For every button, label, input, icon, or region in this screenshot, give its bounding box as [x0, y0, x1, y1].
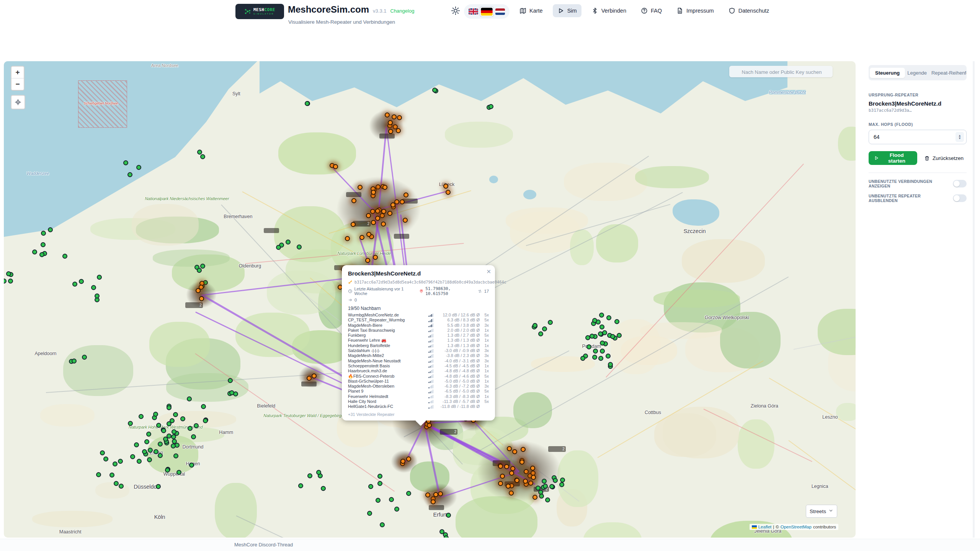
- repeater-marker-orange[interactable]: [403, 192, 408, 197]
- repeater-marker-green[interactable]: [614, 319, 619, 324]
- repeater-marker-green[interactable]: [543, 484, 548, 489]
- repeater-marker-green[interactable]: [580, 356, 585, 361]
- repeater-marker-green[interactable]: [156, 423, 161, 428]
- repeater-marker-orange[interactable]: [396, 128, 401, 133]
- repeater-marker-green[interactable]: [148, 448, 153, 453]
- repeater-marker-orange[interactable]: [392, 114, 397, 119]
- repeater-marker-orange[interactable]: [366, 213, 371, 218]
- flag-de[interactable]: [481, 8, 493, 16]
- zoom-in-button[interactable]: +: [11, 67, 24, 78]
- tab-steuerung[interactable]: Steuerung: [870, 68, 905, 78]
- repeater-marker-green[interactable]: [592, 355, 597, 360]
- repeater-marker-green[interactable]: [4, 279, 7, 284]
- repeater-marker-green[interactable]: [321, 486, 326, 491]
- repeater-marker-green[interactable]: [161, 428, 166, 433]
- neighbor-row[interactable]: Feuerwehr Helmstedt -8.3 dB / -8.3 dB Ø …: [348, 394, 489, 399]
- repeater-marker-green[interactable]: [128, 421, 133, 426]
- repeater-marker-orange[interactable]: [390, 202, 395, 207]
- neighbor-row[interactable]: Funkberg 1.3 dB / 2.7 dB Ø 5x: [348, 333, 489, 338]
- changelog-link[interactable]: Changelog: [390, 8, 415, 14]
- repeater-marker-orange[interactable]: [510, 466, 515, 471]
- unused-connections-toggle[interactable]: [953, 180, 967, 187]
- repeater-marker-green[interactable]: [602, 330, 607, 335]
- repeater-marker-green[interactable]: [95, 293, 100, 298]
- repeater-marker-green[interactable]: [444, 535, 449, 538]
- layer-select[interactable]: Streets: [806, 505, 837, 518]
- neighbor-row[interactable]: CP_TEST_Repeater_Wurmbg 6.3 dB / 8.3 dB …: [348, 318, 489, 323]
- flag-nl[interactable]: [495, 8, 505, 15]
- repeater-marker-green[interactable]: [606, 315, 611, 320]
- repeater-marker-green[interactable]: [197, 268, 202, 273]
- nav-item-impressum[interactable]: Impressum: [672, 4, 719, 17]
- repeater-marker-green[interactable]: [538, 331, 543, 336]
- repeater-marker-green[interactable]: [147, 457, 152, 462]
- repeater-marker-green[interactable]: [97, 275, 102, 280]
- repeater-marker-green[interactable]: [606, 354, 611, 359]
- repeater-marker-orange[interactable]: [514, 478, 519, 483]
- neighbor-row[interactable]: 🔥FBS-Connect-Petersb -4.8 dB / -4.6 dB Ø…: [348, 374, 489, 379]
- neighbor-row[interactable]: Wurmbg|MeshCoreNetz.de 12.0 dB / 12.6 dB…: [348, 313, 489, 318]
- neighbor-row[interactable]: Hundeberg Bartolfelde 1.3 dB / 1.3 dB Ø …: [348, 343, 489, 348]
- repeater-marker-green[interactable]: [8, 279, 13, 284]
- repeater-marker-orange[interactable]: [375, 209, 380, 214]
- nav-item-sim[interactable]: Sim: [553, 4, 581, 17]
- repeater-marker-green[interactable]: [130, 454, 135, 459]
- repeater-marker-orange[interactable]: [345, 236, 350, 241]
- repeater-marker-green[interactable]: [368, 484, 373, 489]
- repeater-marker-green[interactable]: [229, 390, 234, 395]
- repeater-marker-green[interactable]: [560, 478, 565, 483]
- repeater-marker-green[interactable]: [176, 470, 181, 475]
- neighbor-row[interactable]: Halle City Nord -11.3 dB / -5.7 dB Ø 5x: [348, 399, 489, 404]
- repeater-marker-green[interactable]: [167, 405, 172, 410]
- repeater-marker-green[interactable]: [297, 245, 302, 249]
- repeater-marker-green[interactable]: [553, 478, 558, 483]
- leaflet-link[interactable]: Leaflet: [758, 525, 772, 529]
- repeater-marker-green[interactable]: [548, 320, 553, 325]
- repeater-marker-orange[interactable]: [382, 185, 387, 190]
- neighbor-row[interactable]: Planet 9 -6.5 dB / -5.0 dB Ø 5x: [348, 389, 489, 394]
- repeater-marker-green[interactable]: [539, 494, 544, 499]
- neighbor-row[interactable]: MagdeMesh-Neue Neustadt -4.0 dB / -3.1 d…: [348, 359, 489, 364]
- repeater-marker-green[interactable]: [298, 483, 303, 488]
- neighbor-row[interactable]: Feuerwehr Lehre 🚒 1.3 dB / 1.3 dB Ø 1x: [348, 338, 489, 343]
- repeater-marker-green[interactable]: [100, 450, 105, 455]
- repeater-marker-green[interactable]: [127, 172, 132, 177]
- repeater-marker-green[interactable]: [41, 242, 46, 247]
- repeater-marker-orange[interactable]: [512, 449, 517, 454]
- neighbor-row[interactable]: HellGate1-Neubrück-FC -11.8 dB / -11.8 d…: [348, 404, 489, 409]
- repeater-marker-orange[interactable]: [427, 423, 432, 428]
- repeater-marker-orange[interactable]: [387, 211, 392, 216]
- repeater-marker-orange[interactable]: [373, 255, 378, 260]
- repeater-marker-green[interactable]: [432, 88, 437, 93]
- repeater-marker-green[interactable]: [114, 481, 119, 486]
- repeater-marker-green[interactable]: [599, 324, 604, 329]
- repeater-marker-green[interactable]: [62, 254, 67, 259]
- repeater-marker-green[interactable]: [134, 442, 139, 447]
- neighbor-row[interactable]: MagdeMesh-Ottersleben -6.3 dB / -7.2 dB …: [348, 384, 489, 389]
- repeater-marker-green[interactable]: [536, 486, 541, 491]
- repeater-marker-green[interactable]: [41, 231, 46, 236]
- repeater-marker-orange[interactable]: [312, 373, 317, 378]
- repeater-marker-orange[interactable]: [425, 492, 430, 497]
- language-switcher[interactable]: [464, 4, 510, 19]
- repeater-marker-green[interactable]: [406, 491, 411, 496]
- repeater-marker-green[interactable]: [96, 472, 101, 477]
- repeater-marker-orange[interactable]: [397, 115, 402, 120]
- repeater-marker-green[interactable]: [446, 513, 451, 518]
- neighbor-row[interactable]: Paket Taxi Braunschweig 2.0 dB / 2.0 dB …: [348, 328, 489, 333]
- repeater-marker-green[interactable]: [549, 484, 554, 489]
- repeater-marker-orange[interactable]: [333, 164, 338, 169]
- repeater-marker-green[interactable]: [39, 252, 44, 257]
- repeater-marker-green[interactable]: [139, 414, 144, 419]
- repeater-marker-green[interactable]: [173, 453, 178, 458]
- tab-legende[interactable]: Legende: [905, 68, 929, 78]
- repeater-marker-green[interactable]: [118, 459, 123, 464]
- repeater-marker-green[interactable]: [136, 165, 141, 170]
- repeater-marker-green[interactable]: [593, 349, 598, 354]
- repeater-marker-orange[interactable]: [375, 216, 380, 221]
- locate-button[interactable]: [11, 95, 25, 109]
- repeater-marker-green[interactable]: [307, 473, 312, 478]
- nav-item-karte[interactable]: Karte: [515, 4, 547, 17]
- repeater-marker-orange[interactable]: [351, 222, 356, 227]
- repeater-marker-green[interactable]: [610, 334, 615, 339]
